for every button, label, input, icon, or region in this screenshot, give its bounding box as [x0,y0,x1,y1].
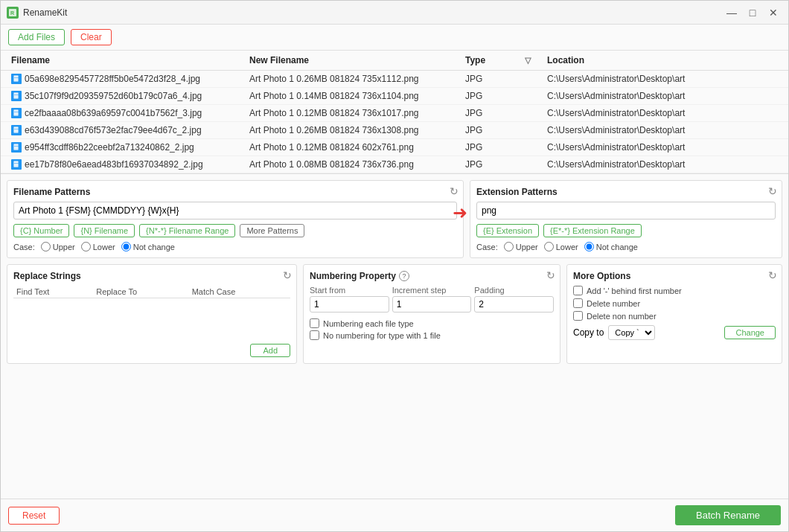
numbering-help-icon[interactable]: ? [399,271,409,281]
delete-non-number-label[interactable]: Delete non number [587,312,657,321]
table-row[interactable]: 35c107f9f9d209359752d60b179c07a6_4.jpg A… [1,88,788,105]
numbering-each-filetype-checkbox[interactable] [310,318,319,328]
padding-label: Padding [474,286,554,295]
filename-case-lower[interactable]: Lower [81,242,115,251]
reset-button[interactable]: Reset [8,507,60,525]
file-icon [11,125,22,135]
cell-filename: e63d439088cd76f573e2fac79ee4d67c_2.jpg [8,124,246,137]
delete-number-row: Delete number [573,298,776,308]
filename-pattern-btn-2[interactable]: {N*-*} Filename Range [139,224,235,237]
increment-field: Increment step [392,286,472,313]
filename-case-upper[interactable]: Upper [41,242,75,251]
add-dash-row: Add '-' behind first number [573,286,776,295]
filter-icon: ▽ [525,56,531,65]
header-new-filename: New Filename [246,54,462,67]
delete-number-checkbox[interactable] [573,298,583,308]
svg-rect-13 [14,163,19,164]
extension-patterns-panel: Extension Patterns ↻ ➜ {E} Extension{E*-… [470,180,782,258]
cell-location: C:\Users\Administrator\Desktop\art [544,124,781,137]
no-numbering-row: No numbering for type with 1 file [310,330,554,340]
copy-to-select[interactable]: Copy ` [608,325,655,340]
delete-number-label[interactable]: Delete number [587,299,640,308]
cell-filename: 35c107f9f9d209359752d60b179c07a6_4.jpg [8,89,246,103]
numbering-panel: Numbering Property ? ↻ Start from Increm… [303,264,560,364]
start-from-input[interactable] [310,296,389,313]
add-replace-button[interactable]: Add [250,344,290,357]
change-button[interactable]: Change [724,326,776,339]
copy-to-row: Copy to Copy ` Change [573,325,776,340]
table-row[interactable]: ee17b78f80e6aead483bf16937034892_2.jpg A… [1,156,788,173]
padding-input[interactable] [474,296,554,313]
filename-pattern-btn-3[interactable]: More Patterns [240,224,304,237]
header-filter[interactable]: ▽ [522,54,544,67]
no-numbering-checkbox[interactable] [310,330,319,340]
filename-case-row: Case: Upper Lower Not change [13,242,457,251]
table-row[interactable]: e954ff3cdff86b22ceebf2a713240862_2.jpg A… [1,139,788,156]
add-files-button[interactable]: Add Files [8,29,65,45]
svg-rect-2 [13,75,19,82]
extension-case-notchange[interactable]: Not change [584,242,638,251]
svg-rect-6 [13,109,19,116]
titlebar: R RenameKit — □ ✕ [1,1,788,25]
table-row[interactable]: ce2fbaaaa08b639a69597c0041b7562f_3.jpg A… [1,105,788,122]
cell-type: JPG [462,158,522,171]
app-window: R RenameKit — □ ✕ Add Files Clear Filena… [0,0,789,532]
replace-strings-refresh-icon[interactable]: ↻ [283,269,292,281]
add-dash-checkbox[interactable] [573,286,583,295]
footer: Reset Batch Rename [1,499,788,531]
increment-input[interactable] [392,296,472,313]
file-icon [11,142,22,153]
filename-pattern-btn-0[interactable]: {C} Number [13,224,69,237]
filename-pattern-input[interactable] [13,202,457,219]
file-icon [11,108,22,118]
cell-filter [522,94,544,97]
extension-pattern-btn-1[interactable]: {E*-*} Extension Range [543,224,642,237]
header-type: Type [462,54,522,67]
cell-new-filename: Art Photo 1 0.26MB 081824 736x1308.png [246,124,462,137]
cell-filename: ee17b78f80e6aead483bf16937034892_2.jpg [8,158,246,171]
filename-patterns-refresh-icon[interactable]: ↻ [450,185,459,197]
filename-patterns-panel: Filename Patterns ↻ {C} Number{N} Filena… [7,180,464,258]
no-numbering-label[interactable]: No numbering for type with 1 file [323,331,441,340]
table-row[interactable]: e63d439088cd76f573e2fac79ee4d67c_2.jpg A… [1,122,788,139]
svg-rect-12 [13,161,19,167]
cell-new-filename: Art Photo 1 0.12MB 081824 602x761.png [246,141,462,154]
close-button[interactable]: ✕ [764,5,782,20]
replace-strings-panel: Replace Strings ↻ Find Text Replace To M… [7,264,297,364]
filename-case-notchange[interactable]: Not change [121,242,175,251]
maximize-button[interactable]: □ [744,5,761,20]
extension-case-upper[interactable]: Upper [504,242,538,251]
cell-type: JPG [462,124,522,137]
cell-filter [522,112,544,115]
extension-pattern-btn-0[interactable]: {E} Extension [476,224,539,237]
header-location: Location [544,54,781,67]
more-options-refresh-icon[interactable]: ↻ [768,269,777,281]
cell-filename: 05a698e8295457728ff5b0e5472d3f28_4.jpg [8,72,246,86]
cell-new-filename: Art Photo 1 0.12MB 081824 736x1017.png [246,106,462,120]
header-filename: Filename [8,54,246,67]
extension-pattern-input[interactable] [476,202,776,219]
minimize-button[interactable]: — [723,5,741,20]
table-row[interactable]: 05a698e8295457728ff5b0e5472d3f28_4.jpg A… [1,71,788,88]
cell-filename: ce2fbaaaa08b639a69597c0041b7562f_3.jpg [8,106,246,120]
cell-new-filename: Art Photo 1 0.08MB 081824 736x736.png [246,158,462,171]
extension-case-row: Case: Upper Lower Not change [476,242,776,251]
delete-non-number-checkbox[interactable] [573,311,583,321]
numbering-each-filetype-label[interactable]: Numbering each file type [323,319,414,328]
more-options-panel: More Options ↻ Add '-' behind first numb… [566,264,782,364]
add-dash-label[interactable]: Add '-' behind first number [587,286,682,295]
filename-pattern-btn-1[interactable]: {N} Filename [74,224,135,237]
svg-rect-5 [14,94,19,95]
batch-rename-button[interactable]: Batch Rename [675,505,781,525]
more-options-title: More Options [573,271,776,281]
increment-label: Increment step [392,286,472,295]
cell-new-filename: Art Photo 1 0.26MB 081824 735x1112.png [246,72,462,86]
table-body: 05a698e8295457728ff5b0e5472d3f28_4.jpg A… [1,71,788,173]
extension-patterns-refresh-icon[interactable]: ↻ [768,185,777,197]
clear-button[interactable]: Clear [71,29,112,45]
cell-filter [522,163,544,166]
extension-case-lower[interactable]: Lower [544,242,578,251]
filename-pattern-buttons: {C} Number{N} Filename{N*-*} Filename Ra… [13,224,457,237]
numbering-refresh-icon[interactable]: ↻ [546,269,555,281]
table-header: Filename New Filename Type ▽ Location [1,51,788,71]
